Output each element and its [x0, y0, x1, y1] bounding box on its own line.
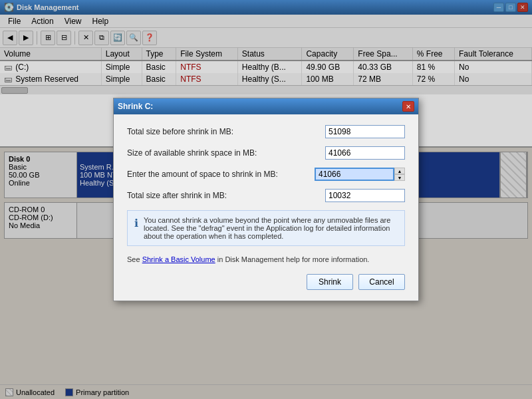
spin-down-button[interactable]: ▼: [394, 174, 405, 181]
spin-up-button[interactable]: ▲: [394, 168, 405, 174]
input-wrap-total-before: [325, 125, 405, 138]
form-row-shrink-amount: Enter the amount of space to shrink in M…: [127, 168, 405, 181]
info-box: ℹ You cannot shrink a volume beyond the …: [127, 210, 405, 246]
link-prefix: See: [127, 255, 142, 263]
input-wrap-shrink-amount: ▲ ▼: [315, 168, 405, 181]
label-shrink-amount: Enter the amount of space to shrink in M…: [127, 170, 315, 179]
input-available[interactable]: [325, 146, 405, 160]
modal-body: Total size before shrink in MB: Size of …: [114, 114, 418, 301]
input-wrap-total-after: [325, 189, 405, 202]
label-available: Size of available shrink space in MB:: [127, 148, 325, 158]
link-suffix: in Disk Management help for more informa…: [215, 255, 370, 263]
modal-buttons: Shrink Cancel: [127, 274, 405, 290]
modal-title: Shrink C:: [118, 102, 153, 111]
modal-overlay: Shrink C: ✕ Total size before shrink in …: [0, 0, 532, 399]
modal-title-bar: Shrink C: ✕: [114, 98, 418, 114]
form-row-total-after: Total size after shrink in MB:: [127, 189, 405, 202]
help-link[interactable]: Shrink a Basic Volume: [142, 255, 215, 263]
info-icon: ℹ: [134, 217, 138, 229]
link-row: See Shrink a Basic Volume in Disk Manage…: [127, 255, 405, 263]
cancel-button[interactable]: Cancel: [358, 274, 405, 290]
spin-buttons: ▲ ▼: [394, 168, 405, 181]
label-total-before: Total size before shrink in MB:: [127, 127, 325, 136]
input-shrink-amount[interactable]: [315, 168, 394, 181]
form-row-available: Size of available shrink space in MB:: [127, 146, 405, 160]
shrink-dialog: Shrink C: ✕ Total size before shrink in …: [113, 98, 419, 301]
info-text: You cannot shrink a volume beyond the po…: [144, 216, 398, 240]
input-total-before[interactable]: [325, 125, 405, 138]
input-total-after[interactable]: [325, 189, 405, 202]
form-row-total-before: Total size before shrink in MB:: [127, 125, 405, 138]
modal-close-button[interactable]: ✕: [402, 101, 414, 112]
label-total-after: Total size after shrink in MB:: [127, 191, 325, 200]
shrink-button[interactable]: Shrink: [307, 274, 353, 290]
input-wrap-available: [325, 146, 405, 160]
